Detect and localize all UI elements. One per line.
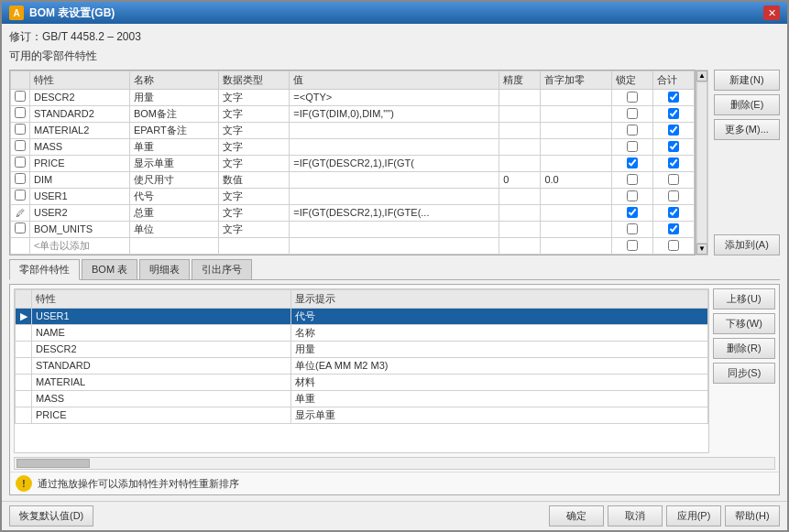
lower-table-row[interactable]: ▶ USER1 代号: [16, 308, 708, 324]
row-locked[interactable]: [611, 188, 652, 204]
row-check[interactable]: [11, 105, 30, 122]
row-locked[interactable]: [611, 171, 652, 188]
row-check[interactable]: [11, 155, 30, 171]
close-button[interactable]: ✕: [763, 5, 780, 20]
row-name: 单重: [129, 138, 218, 155]
apply-button[interactable]: 应用(P): [666, 505, 721, 527]
row-leading: [541, 122, 611, 138]
help-button[interactable]: 帮助(H): [725, 505, 780, 527]
row-check[interactable]: [11, 122, 30, 138]
table-row-add[interactable]: <单击以添加: [11, 237, 695, 254]
row-locked[interactable]: [611, 105, 652, 122]
col-total: 合计: [652, 71, 694, 89]
tab-balloon[interactable]: 引出序号: [192, 259, 252, 279]
table-row[interactable]: DIM 使尺用寸 数值 0 0.0: [11, 171, 695, 188]
row-leading: [541, 204, 611, 221]
row-prop: DIM: [30, 171, 130, 188]
lower-table-row[interactable]: DESCR2 用量: [16, 341, 708, 357]
row-check[interactable]: [11, 221, 30, 237]
lower-delete-button[interactable]: 删除(R): [713, 338, 775, 359]
upper-vscroll[interactable]: ▲ ▼: [696, 70, 708, 255]
row-display: 用量: [291, 341, 708, 357]
row-total[interactable]: [652, 188, 694, 204]
more-button[interactable]: 更多(M)...: [714, 119, 780, 140]
row-type: 文字: [219, 138, 290, 155]
tab-detail[interactable]: 明细表: [139, 259, 190, 279]
row-locked[interactable]: [611, 89, 652, 105]
row-total-add[interactable]: [652, 237, 694, 254]
row-leading: [541, 105, 611, 122]
table-row[interactable]: STANDARD2 BOM备注 文字 =IF(GT(DIM,0),DIM,""): [11, 105, 695, 122]
row-locked[interactable]: [611, 155, 652, 171]
row-locked[interactable]: [611, 122, 652, 138]
row-check[interactable]: [11, 89, 30, 105]
row-total[interactable]: [652, 155, 694, 171]
row-locked[interactable]: [611, 138, 652, 155]
row-prop: USER1: [32, 308, 291, 324]
row-total[interactable]: [652, 122, 694, 138]
lower-table-row[interactable]: MASS 单重: [16, 390, 708, 407]
tab-bom[interactable]: BOM 表: [82, 259, 137, 279]
ok-button[interactable]: 确定: [549, 505, 604, 527]
delete-button[interactable]: 删除(E): [714, 94, 780, 115]
row-total[interactable]: [652, 89, 694, 105]
row-display: 代号: [291, 308, 708, 324]
bottom-bar: 恢复默认值(D) 确定 取消 应用(P) 帮助(H): [2, 501, 787, 530]
table-row[interactable]: MASS 单重 文字: [11, 138, 695, 155]
row-indicator: [16, 390, 32, 407]
row-check[interactable]: [11, 171, 30, 188]
hscroll-thumb[interactable]: [16, 459, 90, 468]
row-total[interactable]: [652, 221, 694, 237]
bottom-right-buttons: 确定 取消 应用(P) 帮助(H): [549, 505, 780, 527]
row-total[interactable]: [652, 105, 694, 122]
row-display: 材料: [291, 374, 708, 390]
row-type: 文字: [219, 105, 290, 122]
reset-defaults-button[interactable]: 恢复默认值(D): [9, 505, 93, 527]
move-down-button[interactable]: 下移(W): [713, 313, 775, 334]
table-row[interactable]: PRICE 显示单重 文字 =IF(GT(DESCR2,1),IF(GT(: [11, 155, 695, 171]
row-indicator: [16, 374, 32, 390]
sync-button[interactable]: 同步(S): [713, 363, 775, 384]
table-row[interactable]: BOM_UNITS 单位 文字: [11, 221, 695, 237]
row-total[interactable]: [652, 138, 694, 155]
scroll-up-arrow[interactable]: ▲: [696, 71, 707, 81]
lower-table-row[interactable]: MATERIAL 材料: [16, 374, 708, 390]
tip-text: 通过拖放操作可以添加特性并对特性重新排序: [38, 477, 239, 491]
row-total[interactable]: [652, 204, 694, 221]
cancel-button[interactable]: 取消: [608, 505, 663, 527]
lower-table-row[interactable]: STANDARD 单位(EA MM M2 M3): [16, 357, 708, 374]
row-locked[interactable]: [611, 221, 652, 237]
lower-table-row[interactable]: PRICE 显示单重: [16, 407, 708, 423]
row-display: 名称: [291, 324, 708, 341]
row-indicator: [16, 341, 32, 357]
row-locked[interactable]: [611, 204, 652, 221]
new-button[interactable]: 新建(N): [714, 70, 780, 91]
row-display: 显示单重: [291, 407, 708, 423]
app-icon: A: [9, 5, 24, 20]
lower-inner: 特性 显示提示 ▶ USER1 代号: [10, 285, 779, 457]
row-add-label[interactable]: <单击以添加: [30, 237, 130, 254]
row-name: 显示单重: [129, 155, 218, 171]
row-indicator: [16, 324, 32, 341]
row-leading: [541, 221, 611, 237]
move-up-button[interactable]: 上移(U): [713, 288, 775, 309]
table-row[interactable]: 🖉 USER2 总重 文字 =IF(GT(DESCR2,1),IF(GTE(..…: [11, 204, 695, 221]
lower-table-row[interactable]: NAME 名称: [16, 324, 708, 341]
row-locked-add[interactable]: [611, 237, 652, 254]
row-value: [290, 138, 499, 155]
row-prop: USER1: [30, 188, 130, 204]
row-total[interactable]: [652, 171, 694, 188]
table-row[interactable]: USER1 代号 文字: [11, 188, 695, 204]
table-row[interactable]: DESCR2 用量 文字 =<QTY>: [11, 89, 695, 105]
tab-component-props[interactable]: 零部件特性: [9, 259, 80, 280]
row-name: 使尺用寸: [129, 171, 218, 188]
scroll-down-arrow[interactable]: ▼: [696, 244, 707, 255]
add-to-button[interactable]: 添加到(A): [714, 234, 780, 255]
row-precision: [499, 188, 541, 204]
table-row[interactable]: MATERIAL2 EPART备注 文字: [11, 122, 695, 138]
hscroll-bar[interactable]: [14, 457, 775, 470]
row-check[interactable]: [11, 138, 30, 155]
row-value: [290, 188, 499, 204]
right-buttons: 新建(N) 删除(E) 更多(M)... 添加到(A): [714, 70, 780, 255]
row-check[interactable]: [11, 188, 30, 204]
